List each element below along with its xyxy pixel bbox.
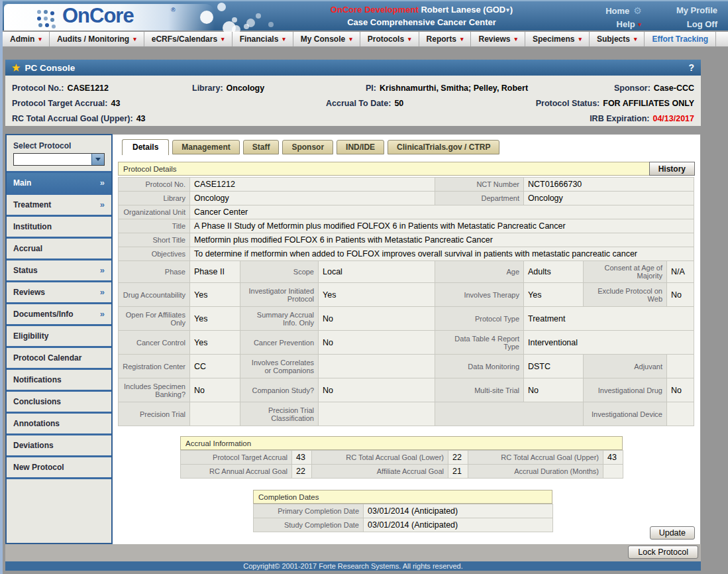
field-label: Cancer Control — [119, 331, 190, 355]
sidebar-item-label: Treatment — [13, 200, 51, 209]
rc-total-upper-value: 43 — [136, 114, 146, 123]
my-profile-link[interactable]: My Profile — [676, 5, 717, 16]
history-button[interactable]: History — [649, 162, 695, 176]
log-off-link[interactable]: Log Off — [687, 19, 717, 29]
dropdown-arrow-icon — [95, 158, 101, 161]
sidebar-item-notifications[interactable]: Notifications — [7, 370, 111, 392]
menu-label: Subjects — [597, 34, 630, 44]
field-value: CC — [190, 355, 240, 378]
field-value: To determine if metformin when added to … — [190, 247, 694, 261]
tab-management[interactable]: Management — [172, 140, 239, 154]
help-icon[interactable]: ? — [688, 62, 694, 73]
menu-item-reviews[interactable]: Reviews▾ — [471, 32, 525, 46]
update-button[interactable]: Update — [650, 526, 695, 540]
menu-item-reports[interactable]: Reports▾ — [419, 32, 472, 46]
favorite-star-icon[interactable]: ★ — [12, 62, 21, 73]
help-dropdown-icon: ▾ — [637, 21, 642, 28]
sidebar-item-accrual[interactable]: Accrual — [7, 239, 111, 260]
field-label: Multi-site Trial — [435, 378, 524, 402]
field-value: NCT01666730 — [524, 178, 694, 192]
protocol-select-dropdown-button[interactable] — [91, 154, 104, 165]
tab-details[interactable]: Details — [122, 139, 169, 155]
dropdown-arrow-icon: ▾ — [634, 36, 637, 42]
menu-item-admin[interactable]: Admin▾ — [3, 32, 50, 46]
field-value: Yes — [190, 307, 240, 331]
field-value — [603, 465, 623, 479]
completion-dates-table: Primary Completion Date03/01/2014 (Antic… — [253, 504, 553, 532]
field-value — [190, 402, 240, 426]
menu-item-audits-monitoring[interactable]: Audits / Monitoring▾ — [50, 32, 144, 46]
oncore-logo[interactable]: OnCore ® — [4, 4, 215, 30]
field-label: Library — [119, 192, 190, 205]
field-value: No — [524, 378, 584, 402]
field-label: RC Total Accrual Goal (Lower) — [312, 451, 448, 465]
menu-item-effort-tracking[interactable]: Effort Tracking — [645, 32, 716, 46]
target-accrual-label: Protocol Target Accrual: — [12, 99, 107, 108]
sidebar-item-status[interactable]: Status» — [7, 260, 111, 282]
tab-clinicaltrials-ctrp[interactable]: ClinicalTrials.gov / CTRP — [388, 140, 499, 154]
tab-ind-ide[interactable]: IND/IDE — [337, 140, 384, 154]
user-menu[interactable]: Robert Lanese (GOD▾) — [421, 5, 513, 15]
accrual-to-date-label: Accrual To Date: — [326, 99, 391, 108]
protocol-summary-panel: Protocol No.:CASE1212 Library:Oncology P… — [5, 76, 701, 126]
sidebar-item-deviations[interactable]: Deviations — [7, 435, 111, 457]
help-link[interactable]: Help ▾ — [617, 19, 642, 29]
field-value: No — [667, 378, 694, 402]
gear-icon[interactable]: ⚙ — [633, 5, 642, 16]
dropdown-arrow-icon: ▾ — [578, 36, 582, 42]
menu-item-ecrfs-calendars[interactable]: eCRFs/Calendars▾ — [144, 32, 233, 46]
pi-value: Krishnamurthi, Smitha; Pelley, Robert — [380, 84, 528, 93]
sidebar-item-label: Eligibility — [13, 331, 48, 341]
sidebar-item-main[interactable]: Main» — [7, 173, 111, 195]
field-value: DSTC — [524, 355, 584, 378]
sponsor-label: Sponsor: — [614, 84, 650, 93]
home-link[interactable]: Home⚙ — [605, 5, 642, 16]
menu-item-protocols[interactable]: Protocols▾ — [360, 32, 419, 46]
user-name: Robert Lanese (GOD — [421, 5, 505, 15]
logo-bubble-decoration — [232, 17, 237, 23]
field-value: 43 — [292, 451, 312, 465]
sidebar-item-new-protocol[interactable]: New Protocol — [7, 457, 111, 479]
field-value: CASE1212 — [190, 178, 435, 192]
tab-sponsor[interactable]: Sponsor — [282, 140, 333, 154]
sidebar-item-treatment[interactable]: Treatment» — [7, 195, 111, 217]
field-label: Adjuvant — [584, 355, 667, 378]
menu-label: Reviews — [478, 34, 510, 44]
field-label: Age — [435, 261, 524, 283]
field-label: Involves Therapy — [435, 283, 524, 307]
sidebar-item-label: Accrual — [13, 244, 42, 253]
sidebar-item-eligibility[interactable]: Eligibility — [7, 326, 111, 348]
sidebar-item-protocol-calendar[interactable]: Protocol Calendar — [7, 348, 111, 370]
field-label: Study Completion Date — [254, 518, 364, 532]
field-label: Open For Affiliates Only — [119, 307, 190, 331]
tab-staff[interactable]: Staff — [243, 140, 280, 154]
registered-mark: ® — [171, 7, 176, 13]
menu-item-my-console[interactable]: My Console▾ — [293, 32, 360, 46]
menu-item-subjects[interactable]: Subjects▾ — [590, 32, 645, 46]
sidebar-item-institution[interactable]: Institution — [7, 217, 111, 239]
menu-label: My Console — [301, 34, 345, 44]
menu-item-financials[interactable]: Financials▾ — [233, 32, 293, 46]
field-value — [319, 355, 435, 378]
field-label: Title — [119, 219, 190, 233]
irb-expiration-label: IRB Expiration: — [590, 114, 649, 123]
field-label: Investigator Initiated Protocol — [240, 283, 319, 307]
chevron-right-icon: » — [100, 288, 105, 297]
header-links: Home⚙ My Profile Help ▾ Log Off — [605, 5, 717, 29]
sidebar-item-conclusions[interactable]: Conclusions — [7, 392, 111, 414]
protocol-select-input[interactable] — [14, 154, 91, 165]
sidebar-item-annotations[interactable]: Annotations — [7, 414, 111, 435]
protocol-status-label: Protocol Status: — [536, 99, 600, 108]
field-label: Primary Completion Date — [254, 504, 364, 518]
menu-label: Financials — [240, 34, 279, 44]
section-title: Completion Dates — [258, 493, 319, 501]
completion-dates-section: Completion Dates Primary Completion Date… — [253, 490, 552, 532]
field-value: Yes — [524, 283, 584, 307]
sidebar-item-documents-info[interactable]: Documents/Info» — [7, 304, 111, 326]
menu-label: Audits / Monitoring — [57, 34, 129, 44]
menu-item-specimens[interactable]: Specimens▾ — [525, 32, 590, 46]
target-accrual-value: 43 — [111, 99, 120, 108]
lock-protocol-button[interactable]: Lock Protocol — [628, 545, 698, 559]
sidebar-item-reviews[interactable]: Reviews» — [7, 282, 111, 304]
logo-bubble-decoration — [217, 3, 226, 11]
